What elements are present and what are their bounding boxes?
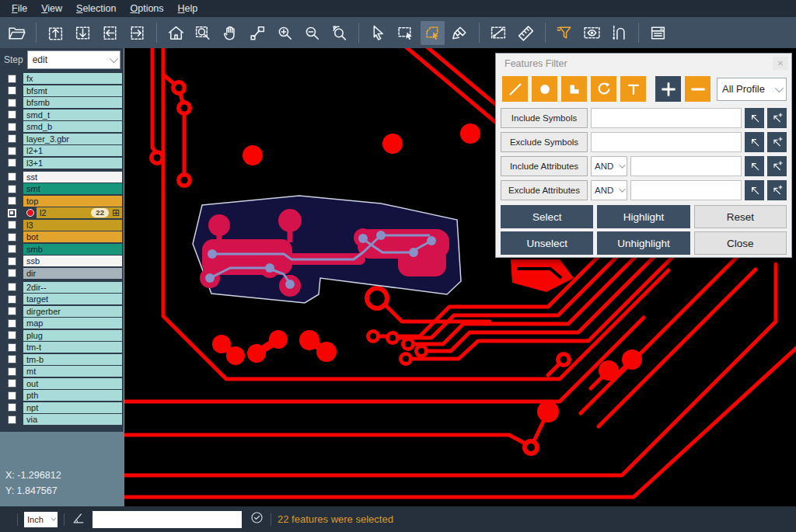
close-icon[interactable]: ✕ [773,57,788,70]
layer-visibility-checkbox[interactable] [8,403,16,412]
layer-label[interactable]: 2dir-- [23,282,122,293]
layer-row-target[interactable]: target [0,294,124,304]
filter-type-arc-button[interactable] [591,76,616,102]
layer-label[interactable]: mt [23,366,122,377]
layer-row-layer_3.gbr[interactable]: layer_3.gbr [0,134,124,144]
layer-label[interactable]: bfsmt [23,85,122,96]
layer-label[interactable]: ssb [23,256,122,266]
layer-visibility-checkbox[interactable] [8,269,16,277]
layer-row-out[interactable]: out [0,378,124,389]
layer-row-via[interactable]: via [0,414,124,425]
layer-row-sst[interactable]: sst [0,172,124,183]
pick-attribute-button[interactable] [745,156,764,176]
include-symbols-button[interactable]: Include Symbols [501,108,588,128]
layer-visibility-checkbox[interactable] [8,110,16,119]
layer-row-mt[interactable]: mt [0,366,124,377]
move-right-button[interactable] [125,21,149,45]
layer-label[interactable]: smb [23,244,122,255]
exclude-attributes-input[interactable] [630,180,742,200]
layer-label[interactable]: l2+1 [23,145,122,156]
layer-visibility-checkbox[interactable] [8,172,16,181]
ruler-button[interactable] [514,21,538,45]
layer-row-bot[interactable]: bot [0,231,124,242]
layer-label[interactable]: sst [23,172,122,183]
layer-row-fx[interactable]: fx [0,73,124,84]
layer-visibility-checkbox[interactable] [8,257,16,266]
layer-row-smt[interactable]: smt [0,183,124,194]
layer-visibility-checkbox[interactable] [8,221,16,229]
layer-label[interactable]: plug [23,330,122,341]
layer-visibility-checkbox[interactable] [8,355,16,363]
layer-row-ssb[interactable]: ssb [0,256,124,266]
home-view-button[interactable] [164,21,188,45]
layer-label[interactable]: bot [23,231,122,242]
clear-brush-button[interactable] [448,21,472,45]
menu-item-view[interactable]: View [34,0,69,17]
layer-label[interactable]: dir [23,268,122,279]
zoom-previous-button[interactable] [327,21,351,45]
layer-visibility-checkbox[interactable] [8,134,16,143]
exclude-symbols-button[interactable]: Exclude Symbols [501,132,588,152]
zoom-in-button[interactable] [273,21,297,45]
highlight-button[interactable]: Highlight [597,205,690,228]
layer-row-2dir--[interactable]: 2dir-- [0,282,124,293]
layer-visibility-checkbox[interactable] [8,99,16,107]
move-up-button[interactable] [44,21,68,45]
layer-visibility-checkbox[interactable] [8,209,16,217]
exclude-attributes-operator-dropdown[interactable]: AND [591,180,627,200]
layer-visibility-checkbox[interactable] [8,75,16,83]
exclude-attributes-button[interactable]: Exclude Attributes [501,180,588,200]
include-symbols-input[interactable] [591,108,742,128]
layer-visibility-checkbox[interactable] [8,307,16,315]
layer-row-bfsmb[interactable]: bfsmb [0,97,124,108]
layer-visibility-checkbox[interactable] [8,295,16,304]
layer-label[interactable]: l3 [23,220,122,231]
layer-label[interactable]: out [23,378,122,389]
layer-visibility-checkbox[interactable] [8,158,16,167]
layer-visibility-checkbox[interactable] [8,319,16,328]
grid-icon[interactable]: ⊞ [112,208,120,217]
include-attributes-operator-dropdown[interactable]: AND [591,156,627,176]
layer-label[interactable]: l222⊞ [37,207,122,218]
layer-label[interactable]: pth [23,390,122,401]
layer-label[interactable]: layer_3.gbr [23,134,122,144]
zoom-window-button[interactable] [246,21,270,45]
select-button[interactable]: Select [501,205,593,228]
menu-item-help[interactable]: Help [171,0,205,17]
layer-row-tm-t[interactable]: tm-t [0,342,124,353]
pick-add-attribute-button[interactable] [767,156,787,176]
move-down-button[interactable] [71,21,95,45]
layer-label[interactable]: bfsmb [23,97,122,108]
features-filter-button[interactable] [553,21,577,45]
command-input[interactable] [93,511,242,528]
layer-row-dir[interactable]: dir [0,268,124,279]
layer-visibility-checkbox[interactable] [8,196,16,205]
layer-row-l2[interactable]: l222⊞ [0,207,124,218]
layer-visibility-checkbox[interactable] [8,245,16,253]
step-select[interactable]: edit [27,50,120,69]
view-features-button[interactable] [580,21,604,45]
include-attributes-input[interactable] [630,156,742,176]
layer-row-tm-b[interactable]: tm-b [0,354,124,365]
layer-panel-button[interactable] [646,21,670,45]
layer-row-l3[interactable]: l3 [0,220,124,231]
layer-label[interactable]: top [23,196,122,207]
include-attributes-button[interactable]: Include Attributes [501,156,588,176]
layer-row-smd_b[interactable]: smd_b [0,121,124,132]
snap-loop-button[interactable] [607,21,631,45]
filter-type-surface-button[interactable] [561,76,587,102]
layer-row-l2+1[interactable]: l2+1 [0,145,124,156]
layer-visibility-checkbox[interactable] [8,185,16,193]
zoom-area-button[interactable] [191,21,215,45]
measure-line-button[interactable] [487,21,511,45]
layer-label[interactable]: tm-b [23,354,122,365]
layer-label[interactable]: l3+1 [23,158,122,169]
pan-button[interactable] [218,21,243,45]
layer-row-top[interactable]: top [0,196,124,207]
measure-angle-icon[interactable] [71,510,86,529]
layer-visibility-checkbox[interactable] [8,391,16,400]
pick-symbol-button[interactable] [745,108,764,128]
layer-row-smb[interactable]: smb [0,244,124,255]
layer-label[interactable]: dirgerber [23,306,122,317]
layer-visibility-checkbox[interactable] [8,123,16,131]
